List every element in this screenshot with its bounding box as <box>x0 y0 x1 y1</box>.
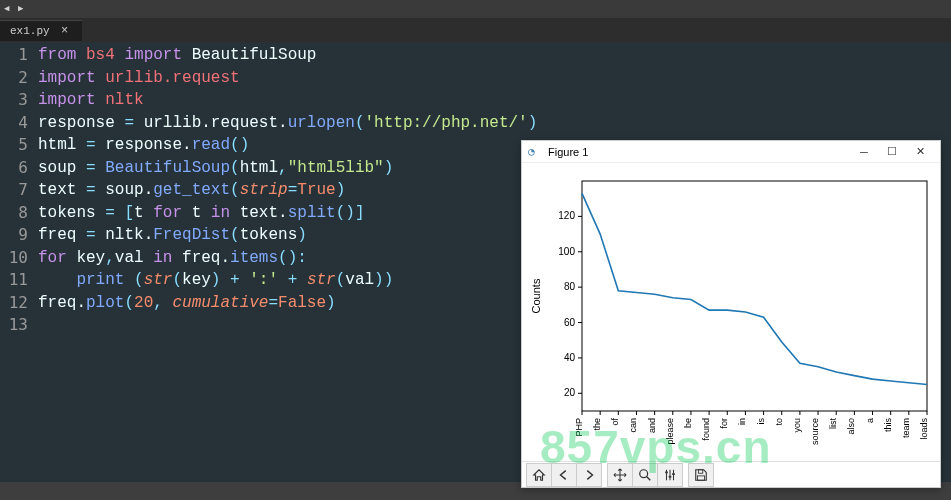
figure-toolbar <box>522 461 940 487</box>
pan-button[interactable] <box>607 463 633 487</box>
line-number: 2 <box>0 67 38 90</box>
svg-text:the: the <box>592 418 602 431</box>
line-number: 5 <box>0 134 38 157</box>
line-number: 12 <box>0 292 38 315</box>
line-gutter: 12345678910111213 <box>0 42 38 482</box>
svg-text:team: team <box>901 418 911 438</box>
save-button[interactable] <box>688 463 714 487</box>
plot-canvas: 20406080100120PHPtheofcanandpleasebefoun… <box>522 163 940 461</box>
figure-window: ◔ Figure 1 ─ ☐ ✕ 20406080100120PHPtheofc… <box>521 140 941 488</box>
close-button[interactable]: ✕ <box>906 142 934 162</box>
svg-text:please: please <box>665 418 675 445</box>
svg-text:list: list <box>828 418 838 429</box>
line-number: 11 <box>0 269 38 292</box>
svg-text:in: in <box>737 418 747 425</box>
line-number: 10 <box>0 247 38 270</box>
window-titlebar: ◀ ▶ <box>0 0 951 18</box>
svg-text:of: of <box>610 418 620 426</box>
svg-text:Counts: Counts <box>530 278 542 313</box>
file-tab[interactable]: ex1.py × <box>0 20 82 41</box>
line-number: 6 <box>0 157 38 180</box>
svg-text:and: and <box>647 418 657 433</box>
svg-text:this: this <box>883 418 893 433</box>
svg-text:loads: loads <box>919 418 929 440</box>
code-line[interactable]: response = urllib.request.urlopen('http:… <box>38 112 951 135</box>
svg-text:60: 60 <box>564 317 576 328</box>
svg-text:for: for <box>719 418 729 429</box>
svg-text:source: source <box>810 418 820 445</box>
figure-title: Figure 1 <box>548 146 850 158</box>
forward-button[interactable] <box>576 463 602 487</box>
tab-label: ex1.py <box>10 25 50 37</box>
line-number: 4 <box>0 112 38 135</box>
svg-text:120: 120 <box>558 210 575 221</box>
svg-text:80: 80 <box>564 281 576 292</box>
nav-forward-icon[interactable]: ▶ <box>18 4 28 14</box>
svg-text:also: also <box>846 418 856 435</box>
svg-rect-56 <box>669 475 672 477</box>
code-line[interactable]: import nltk <box>38 89 951 112</box>
svg-text:be: be <box>683 418 693 428</box>
svg-text:is: is <box>756 418 766 425</box>
svg-point-54 <box>640 469 648 477</box>
configure-button[interactable] <box>657 463 683 487</box>
tab-bar: ex1.py × <box>0 18 951 42</box>
svg-text:PHP: PHP <box>574 418 584 437</box>
svg-rect-57 <box>672 473 675 475</box>
nav-back-icon[interactable]: ◀ <box>4 4 14 14</box>
svg-text:to: to <box>774 418 784 426</box>
svg-text:a: a <box>865 418 875 423</box>
svg-text:20: 20 <box>564 387 576 398</box>
line-number: 8 <box>0 202 38 225</box>
close-icon[interactable]: × <box>58 24 72 38</box>
svg-rect-59 <box>698 475 705 479</box>
home-button[interactable] <box>526 463 552 487</box>
line-number: 1 <box>0 44 38 67</box>
chart-svg: 20406080100120PHPtheofcanandpleasebefoun… <box>522 163 942 461</box>
code-line[interactable]: from bs4 import BeautifulSoup <box>38 44 951 67</box>
back-button[interactable] <box>551 463 577 487</box>
line-number: 3 <box>0 89 38 112</box>
zoom-button[interactable] <box>632 463 658 487</box>
svg-text:you: you <box>792 418 802 433</box>
svg-text:40: 40 <box>564 352 576 363</box>
minimize-button[interactable]: ─ <box>850 142 878 162</box>
svg-rect-0 <box>582 181 927 411</box>
code-line[interactable]: import urllib.request <box>38 67 951 90</box>
line-number: 13 <box>0 314 38 337</box>
figure-titlebar[interactable]: ◔ Figure 1 ─ ☐ ✕ <box>522 141 940 163</box>
svg-rect-55 <box>665 471 668 473</box>
maximize-button[interactable]: ☐ <box>878 142 906 162</box>
line-number: 9 <box>0 224 38 247</box>
svg-text:can: can <box>628 418 638 433</box>
svg-text:found: found <box>701 418 711 441</box>
svg-text:100: 100 <box>558 246 575 257</box>
matplotlib-icon: ◔ <box>528 145 542 159</box>
line-number: 7 <box>0 179 38 202</box>
